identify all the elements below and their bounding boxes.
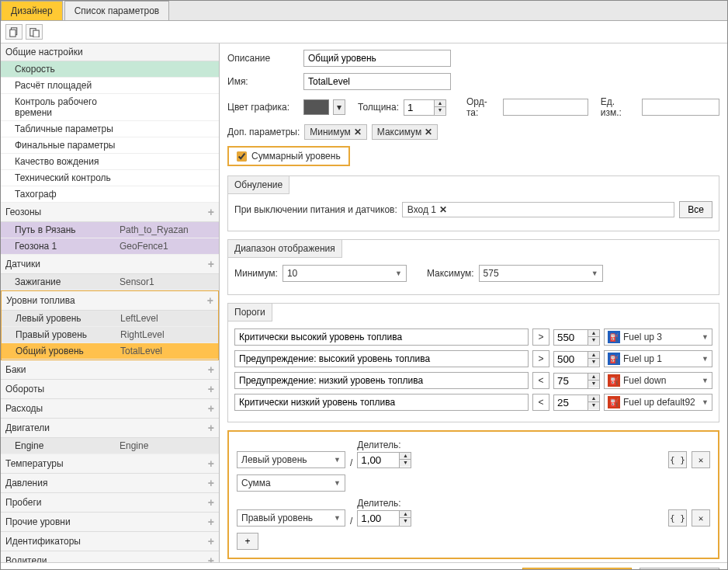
max-select[interactable]: 575▼	[479, 265, 603, 282]
item-fuel-1[interactable]: Правый уровеньRightLevel	[2, 327, 218, 343]
spin-up-icon[interactable]: ▲	[588, 374, 599, 381]
formula-left-select[interactable]: Левый уровень▼	[237, 451, 345, 468]
group-tanks[interactable]: Баки+	[1, 360, 219, 380]
item-table-params[interactable]: Табличные параметры	[1, 121, 219, 137]
threshold-value-spinner[interactable]: ▲▼	[553, 329, 600, 346]
min-select[interactable]: 10▼	[283, 265, 407, 282]
group-general[interactable]: Общие настройки	[1, 43, 219, 61]
spin-down-icon[interactable]: ▼	[588, 359, 599, 366]
paste-icon[interactable]	[26, 24, 43, 40]
copy-icon[interactable]	[5, 24, 23, 40]
group-pressures[interactable]: Давления+	[1, 474, 219, 493]
plus-icon[interactable]: +	[207, 294, 213, 307]
divisor-1-spinner[interactable]: ▲▼	[357, 452, 411, 468]
group-rpm[interactable]: Обороты+	[1, 380, 219, 399]
group-geozones[interactable]: Геозоны+	[1, 203, 219, 222]
plus-icon[interactable]: +	[208, 535, 214, 547]
formula-op-select[interactable]: Сумма▼	[237, 474, 345, 492]
group-mileages[interactable]: Пробеги+	[1, 493, 219, 513]
spin-down-icon[interactable]: ▼	[588, 337, 599, 344]
group-temperatures[interactable]: Температуры+	[1, 454, 219, 474]
spin-up-icon[interactable]: ▲	[435, 100, 445, 107]
plus-icon[interactable]: +	[208, 496, 214, 509]
name-input[interactable]	[303, 73, 451, 90]
threshold-text-input[interactable]	[234, 328, 529, 346]
spin-down-icon[interactable]: ▼	[588, 402, 599, 409]
tab-param-list[interactable]: Список параметров	[64, 1, 170, 20]
item-tachograph[interactable]: Тахограф	[1, 186, 219, 203]
threshold-text-input[interactable]	[234, 350, 529, 367]
spin-down-icon[interactable]: ▼	[588, 381, 599, 388]
threshold-comparator[interactable]: >	[532, 350, 549, 367]
item-area[interactable]: Расчёт площадей	[1, 78, 219, 94]
group-fuel-levels[interactable]: Уровни топлива+	[2, 291, 218, 311]
spin-up-icon[interactable]: ▲	[588, 395, 599, 402]
group-drivers[interactable]: Водители+	[1, 551, 219, 562]
group-engines[interactable]: Двигатели+	[1, 419, 219, 438]
spin-up-icon[interactable]: ▲	[588, 352, 599, 359]
threshold-comparator[interactable]: <	[532, 372, 549, 389]
threshold-icon-select[interactable]: ⛽Fuel up 1▼	[604, 350, 712, 367]
item-geozone-1[interactable]: Геозона 1GeoFence1	[1, 238, 219, 255]
item-driving-quality[interactable]: Качество вождения	[1, 154, 219, 170]
code-braces-button[interactable]: { }	[668, 509, 687, 527]
spin-down-icon[interactable]: ▼	[400, 518, 411, 525]
close-icon[interactable]: ✕	[439, 204, 447, 215]
item-sensor-0[interactable]: ЗажиганиеSensor1	[1, 274, 219, 290]
threshold-value-spinner[interactable]: ▲▼	[553, 351, 600, 367]
summary-level-checkbox[interactable]	[237, 151, 247, 162]
item-speed[interactable]: Скорость	[1, 61, 219, 78]
plus-icon[interactable]: +	[208, 383, 214, 395]
spin-up-icon[interactable]: ▲	[400, 453, 411, 460]
unit-input[interactable]	[642, 99, 719, 116]
color-dropdown-arrow[interactable]: ▾	[333, 99, 345, 115]
spin-up-icon[interactable]: ▲	[400, 511, 411, 518]
color-swatch[interactable]	[303, 99, 329, 115]
thickness-spinner[interactable]: ▲▼	[404, 99, 446, 116]
threshold-text-input[interactable]	[234, 394, 529, 411]
threshold-icon-select[interactable]: ⛽Fuel up 3▼	[604, 328, 712, 346]
threshold-value-spinner[interactable]: ▲▼	[553, 394, 600, 411]
group-other-levels[interactable]: Прочие уровни+	[1, 513, 219, 532]
item-tech-control[interactable]: Технический контроль	[1, 170, 219, 186]
item-fuel-2[interactable]: Общий уровеньTotalLevel	[2, 343, 218, 360]
ordinate-input[interactable]	[503, 99, 588, 116]
all-button[interactable]: Все	[679, 201, 712, 218]
threshold-value-spinner[interactable]: ▲▼	[553, 373, 600, 389]
spin-down-icon[interactable]: ▼	[435, 107, 445, 114]
chip-minimum[interactable]: Минимум✕	[304, 124, 367, 140]
close-icon[interactable]: ✕	[354, 127, 362, 137]
remove-row-button[interactable]: ✕	[692, 509, 710, 527]
item-engine-0[interactable]: EngineEngine	[1, 438, 219, 454]
description-input[interactable]	[303, 50, 451, 67]
spin-down-icon[interactable]: ▼	[400, 460, 411, 467]
power-off-input-chip[interactable]: Вход 1✕	[402, 202, 674, 217]
tab-designer[interactable]: Дизайнер	[1, 1, 63, 20]
close-icon[interactable]: ✕	[425, 127, 432, 137]
remove-row-button[interactable]: ✕	[692, 451, 710, 468]
threshold-comparator[interactable]: <	[532, 394, 549, 411]
spin-up-icon[interactable]: ▲	[588, 330, 599, 337]
add-formula-row-button[interactable]: +	[237, 533, 258, 550]
item-final-params[interactable]: Финальные параметры	[1, 137, 219, 154]
plus-icon[interactable]: +	[208, 457, 214, 470]
plus-icon[interactable]: +	[208, 258, 214, 270]
plus-icon[interactable]: +	[208, 516, 214, 528]
threshold-comparator[interactable]: >	[532, 328, 549, 346]
threshold-text-input[interactable]	[234, 372, 529, 389]
group-consumption[interactable]: Расходы+	[1, 399, 219, 419]
divisor-2-spinner[interactable]: ▲▼	[357, 510, 411, 527]
plus-icon[interactable]: +	[208, 363, 214, 376]
plus-icon[interactable]: +	[208, 477, 214, 489]
item-worktime[interactable]: Контроль рабочего времени	[1, 94, 219, 121]
group-sensors[interactable]: Датчики+	[1, 255, 219, 274]
plus-icon[interactable]: +	[208, 206, 214, 218]
item-geozone-0[interactable]: Путь в РязаньPath_to_Ryazan	[1, 222, 219, 238]
chip-maximum[interactable]: Максимум✕	[372, 124, 438, 140]
plus-icon[interactable]: +	[208, 402, 214, 415]
threshold-icon-select[interactable]: ⛽Fuel up default92▼	[604, 394, 712, 411]
plus-icon[interactable]: +	[208, 422, 214, 434]
threshold-icon-select[interactable]: ⛽Fuel down▼	[604, 372, 712, 389]
formula-right-select[interactable]: Правый уровень▼	[237, 509, 345, 527]
code-braces-button[interactable]: { }	[668, 451, 687, 468]
